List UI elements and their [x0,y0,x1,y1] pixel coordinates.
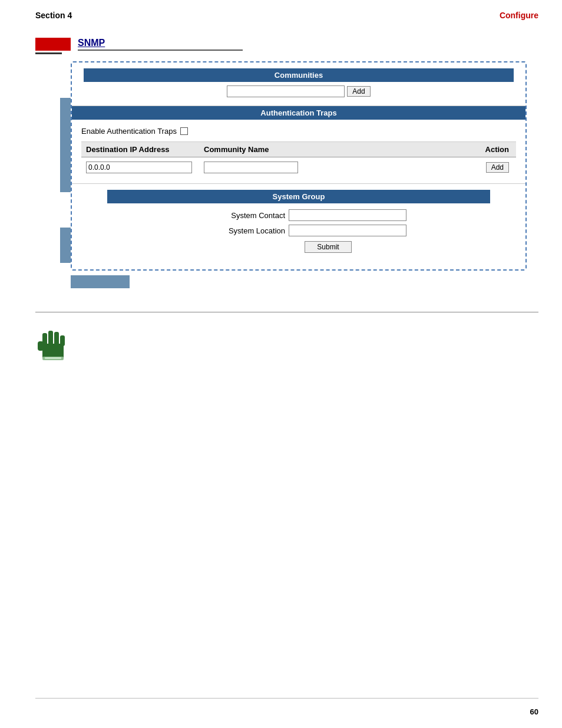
table-row: Add [81,157,516,177]
system-contact-input[interactable] [289,209,406,221]
bottom-divider [35,698,538,699]
system-location-input[interactable] [289,225,406,236]
community-cell [199,160,469,174]
page-number: 60 [530,707,538,716]
snmp-title: SNMP [78,38,243,51]
blue-sidebar-top [60,98,71,192]
ip-cell [81,160,199,174]
system-group-header: System Group [107,190,490,203]
col-header-ip: Destination IP Address [81,142,199,157]
main-config-box: Communities Add Authentication Traps Ena… [71,61,527,271]
configure-label: Configure [500,11,538,20]
hand-svg [37,327,70,363]
system-location-row: System Location [214,225,406,236]
svg-rect-7 [45,357,61,359]
page-header: Section 4 Configure [0,0,562,26]
svg-rect-2 [48,331,53,346]
system-location-label: System Location [214,226,285,235]
note-area [0,321,562,373]
action-cell: Add [469,161,516,174]
svg-rect-5 [38,341,44,351]
dest-add-button[interactable]: Add [486,162,509,173]
submit-row: Submit [250,241,406,253]
communities-add-button[interactable]: Add [347,86,370,97]
top-note-divider [35,312,538,312]
submit-button[interactable]: Submit [305,241,351,253]
enable-traps-label: Enable Authentication Traps [81,127,177,136]
svg-rect-3 [54,332,59,346]
enable-traps-checkbox[interactable] [180,127,188,135]
communities-header: Communities [84,68,514,82]
col-header-community: Community Name [199,142,469,157]
community-name-input[interactable] [204,162,298,173]
destination-table: Destination IP Address Community Name Ac… [81,141,516,177]
auth-traps-section: Authentication Traps Enable Authenticati… [72,106,525,184]
ip-input[interactable] [86,162,192,173]
system-group-fields: System Contact System Location Submit [214,209,406,253]
enable-traps-row: Enable Authentication Traps [81,124,516,138]
auth-traps-body: Enable Authentication Traps Destination … [72,120,525,183]
dest-table-header: Destination IP Address Community Name Ac… [81,142,516,157]
system-group-section: System Group System Contact System Locat… [72,190,525,269]
col-header-action: Action [469,142,516,157]
note-text-area [82,327,538,333]
snmp-title-row: SNMP [35,38,538,51]
snmp-title-wrapper: SNMP [78,38,243,51]
system-group-body: System Contact System Location Submit [107,203,490,261]
section-label: Section 4 [35,11,72,20]
svg-rect-4 [60,335,65,346]
system-contact-row: System Contact [214,209,406,221]
auth-traps-header: Authentication Traps [72,106,525,120]
communities-section: Communities Add [72,62,525,106]
blue-sidebar-bottom [60,228,71,263]
communities-input[interactable] [227,85,345,97]
hand-icon [35,327,71,367]
communities-input-row: Add [84,85,514,97]
blue-bottom-bar [71,275,130,288]
spacer-bottom [72,261,525,269]
content-area: SNMP Communities Add Authentication Trap… [0,26,562,300]
system-group-wrapper: System Group System Contact System Locat… [107,190,490,261]
system-contact-label: System Contact [214,211,285,220]
red-bar-decoration [35,38,71,51]
